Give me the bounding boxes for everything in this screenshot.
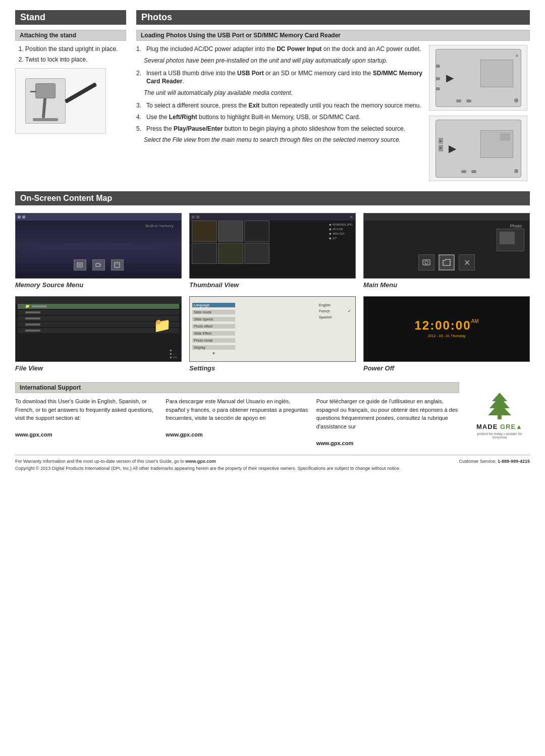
memory-source-label: Memory Source Menu bbox=[15, 281, 182, 289]
svg-marker-8 bbox=[488, 393, 511, 415]
settings-list: Language Slide mode Slide Speed Photo ef… bbox=[192, 302, 235, 356]
photos-step-3: 3. To select a different source, press t… bbox=[136, 101, 424, 110]
file-folder-icon: 📁 bbox=[153, 317, 171, 334]
svg-rect-9 bbox=[498, 415, 502, 419]
step-4-num: 4. bbox=[136, 113, 144, 122]
main-menu-topbar bbox=[364, 213, 529, 221]
settings-label: Settings bbox=[189, 364, 356, 372]
photos-step-5: 5. Press the Play/Pause/Enter button to … bbox=[136, 125, 424, 133]
file-view-label: File View bbox=[15, 364, 182, 372]
clock-date: 2012 - 03 - 01 Thursday bbox=[414, 334, 478, 338]
clock-time: 12:00:00 bbox=[414, 318, 471, 332]
file-row-5-text bbox=[25, 330, 40, 332]
support-col-en: To download this User's Guide in English… bbox=[15, 397, 158, 447]
photos-section: Photos Loading Photos Using the USB Port… bbox=[136, 10, 530, 181]
footer-customer-label: Customer Service: bbox=[459, 459, 498, 464]
thumb-2 bbox=[218, 221, 243, 242]
settings-language-label: Language bbox=[192, 303, 235, 307]
logo-area: MADE GRE▲ protect for today • sustain fo… bbox=[469, 382, 530, 447]
thumb-1 bbox=[192, 221, 217, 242]
settings-row-language: Language bbox=[192, 302, 235, 308]
built-in-label: Built-in memory bbox=[145, 224, 174, 228]
footer-copyright: Copyright © 2013 Digital Products Intern… bbox=[15, 466, 401, 471]
stand-image bbox=[15, 68, 106, 134]
mem-menu-bar bbox=[16, 213, 181, 221]
thumb-6 bbox=[244, 243, 269, 264]
settings-slideeffect-label: Slide Effect bbox=[192, 331, 235, 336]
photos-note-3: Select the File view from the main menu … bbox=[144, 136, 424, 144]
footer-phone: 1-888-999-4215 bbox=[498, 459, 530, 464]
support-en-url: www.gpx.com bbox=[15, 430, 158, 439]
thumb-bar-dot-2 bbox=[196, 215, 199, 219]
file-page-num: ◆ 1/1 bbox=[170, 355, 179, 359]
logo-tagline: protect for today • sustain for tomorrow bbox=[474, 432, 525, 439]
support-col-fr: Pour télécharger ce guide de l'utilisate… bbox=[316, 397, 459, 447]
settings-opt-english: English bbox=[317, 302, 353, 308]
main-menu-icons: ✕ bbox=[418, 254, 475, 271]
stand-step-2: Twist to lock into place. bbox=[25, 56, 126, 64]
main-thumb-preview bbox=[497, 229, 524, 251]
thumb-size: ◆ 25.9 kB bbox=[329, 227, 353, 232]
device-diagram-1: ▶ bbox=[429, 45, 527, 111]
page-footer: For Warranty Information and the most up… bbox=[15, 455, 530, 472]
file-page-dots: ◆ · · · bbox=[170, 352, 179, 355]
content-map-title: On-Screen Content Map bbox=[15, 191, 530, 205]
thumb-4 bbox=[192, 243, 217, 264]
file-pagination: ◆ · · · · ◆ · · · ◆ 1/1 bbox=[170, 348, 179, 359]
thumb-filename: ◆ 00080003.JPG bbox=[329, 223, 353, 227]
file-view-img: 📁 📁 bbox=[15, 296, 182, 362]
logo-brand-text: MADE GRE▲ bbox=[474, 423, 525, 430]
step-2-num: 2. bbox=[136, 69, 144, 86]
settings-opt-french-label: French bbox=[319, 309, 330, 313]
main-preview-inner bbox=[500, 232, 515, 244]
thumb-grid bbox=[192, 221, 269, 264]
support-cols: To download this User's Guide in English… bbox=[15, 397, 459, 447]
settings-options: English French ✓ Spanish bbox=[317, 302, 353, 320]
settings-row-display: Display bbox=[192, 344, 235, 350]
settings-slidespeed-label: Slide Speed bbox=[192, 317, 235, 321]
step-3-content: To select a different source, press the … bbox=[146, 101, 424, 110]
settings-row-slidemode: Slide mode bbox=[192, 309, 235, 315]
settings-display-label: Display bbox=[192, 345, 235, 350]
svg-rect-3 bbox=[100, 264, 101, 265]
support-fr-url: www.gpx.com bbox=[316, 439, 459, 448]
screenshot-settings: Language Slide mode Slide Speed Photo ef… bbox=[189, 296, 356, 372]
thumb-info: ◆ 00080003.JPG ◆ 25.9 kB ◆ 480×324 ◆ 2/7 bbox=[329, 223, 353, 241]
settings-row-slideeffect: Slide Effect bbox=[192, 330, 235, 336]
stand-title: Stand bbox=[15, 10, 126, 25]
bar-dot-2 bbox=[22, 215, 25, 219]
support-col-es: Para descargar este Manual del Usuario e… bbox=[166, 397, 308, 447]
thumb-5 bbox=[218, 243, 243, 264]
stand-section: Stand Attaching the stand Position the s… bbox=[15, 10, 126, 181]
screenshot-file-view: 📁 📁 bbox=[15, 296, 182, 372]
thumb-3 bbox=[244, 221, 269, 242]
device-diagram-2: ▶ ▶ ▶ bbox=[429, 116, 527, 181]
photos-subsection: Loading Photos Using the USB Port or SD/… bbox=[136, 30, 530, 41]
settings-opt-english-label: English bbox=[319, 303, 331, 307]
footer-warranty-text: For Warranty Information and the most up… bbox=[15, 459, 216, 464]
settings-slidemode-label: Slide mode bbox=[192, 310, 235, 314]
footer-left: For Warranty Information and the most up… bbox=[15, 458, 459, 472]
file-row-4-text bbox=[25, 323, 40, 326]
screenshot-main-menu: Photo ✕ Main Menu bbox=[363, 213, 530, 289]
thumb-topbar: ✕ bbox=[190, 213, 355, 221]
bottom-section: International Support To download this U… bbox=[15, 382, 530, 447]
step-4-content: Use the Left/Right buttons to highlight … bbox=[146, 113, 424, 122]
settings-scroll-down: ▼ bbox=[192, 351, 235, 356]
step-3-num: 3. bbox=[136, 101, 144, 110]
file-row-1-text bbox=[32, 305, 47, 307]
thumb-close-icon: ✕ bbox=[350, 215, 353, 220]
footer-right: Customer Service: 1-888-999-4215 bbox=[459, 458, 530, 472]
clock-ampm: AM bbox=[471, 318, 479, 324]
settings-opt-spanish-label: Spanish bbox=[319, 315, 332, 319]
svg-point-7 bbox=[425, 261, 428, 264]
stand-steps: Position the stand upright in place. Twi… bbox=[15, 45, 126, 64]
settings-photomode-label: Photo mode bbox=[192, 338, 235, 343]
screenshots-grid: Built-in memory Memory Source Menu bbox=[15, 213, 530, 372]
main-menu-img: Photo ✕ bbox=[363, 213, 530, 279]
photos-title: Photos bbox=[136, 10, 530, 25]
thumb-num: ◆ 2/7 bbox=[329, 236, 353, 241]
file-topbar bbox=[16, 297, 181, 304]
top-section: Stand Attaching the stand Position the s… bbox=[15, 10, 530, 181]
settings-photoeffect-label: Photo effect bbox=[192, 324, 235, 329]
